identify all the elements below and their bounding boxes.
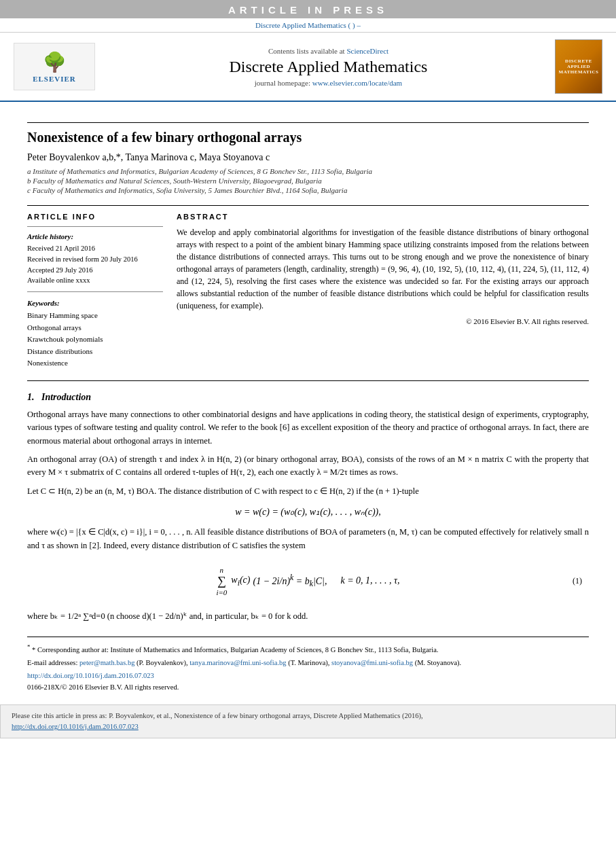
keyword-4: Distance distributions — [27, 346, 163, 358]
affiliation-a: a Institute of Mathematics and Informati… — [27, 167, 589, 175]
authors: Peter Boyvalenkov a,b,*, Tanya Marinova … — [27, 152, 589, 163]
article-title: Nonexistence of a few binary orthogonal … — [27, 130, 589, 145]
journal-title-center: Contents lists available at ScienceDirec… — [102, 47, 555, 87]
eq1-text: wi(c) — [231, 575, 250, 588]
footnote-emails: E-mail addresses: peter@math.bas.bg (P. … — [27, 658, 589, 668]
history-label: Article history: — [27, 232, 163, 240]
eq-w-text: w = w(c) = (w₀(c), w₁(c), . . . , wₙ(c))… — [235, 507, 381, 517]
homepage-link[interactable]: www.elsevier.com/locate/dam — [312, 79, 402, 87]
intro-para4: where wᵢ(c) = |{x ∈ C|d(x, c) = i}|, i =… — [27, 526, 589, 552]
sciencedirect-link[interactable]: ScienceDirect — [346, 47, 388, 55]
equation-1: n ∑ i=0 wi(c) (1 − 2i/n)k = bk|C|, k = 0… — [27, 560, 589, 602]
keyword-2: Orthogonal arrays — [27, 322, 163, 334]
elsevier-logo-img: 🌳 ELSEVIER — [14, 43, 95, 90]
body-divider — [27, 380, 589, 381]
affiliations: a Institute of Mathematics and Informati… — [27, 167, 589, 194]
two-col-section: ARTICLE INFO Article history: Received 2… — [27, 213, 589, 370]
keyword-1: Binary Hamming space — [27, 310, 163, 322]
intro-para3: Let C ⊂ H(n, 2) be an (n, M, τ) BOA. The… — [27, 485, 589, 498]
tree-icon: 🌳 — [43, 51, 67, 73]
date-received: Received 21 April 2016 Received in revis… — [27, 243, 163, 286]
equation-w: w = w(c) = (w₀(c), w₁(c), . . . , wₙ(c))… — [27, 506, 589, 518]
top-divider — [27, 122, 589, 123]
keyword-3: Krawtchouk polynomials — [27, 334, 163, 346]
article-info-col: ARTICLE INFO Article history: Received 2… — [27, 213, 163, 370]
abstract-col: ABSTRACT We develop and apply combinator… — [177, 213, 589, 370]
keywords-label: Keywords: — [27, 299, 163, 307]
journal-link[interactable]: Discrete Applied Mathematics ( ) – — [255, 21, 361, 29]
contents-line: Contents lists available at ScienceDirec… — [102, 47, 555, 55]
elsevier-label: ELSEVIER — [33, 75, 76, 83]
info-divider-mid — [27, 291, 163, 292]
citation-doi-link[interactable]: http://dx.doi.org/10.1016/j.dam.2016.07.… — [12, 723, 139, 730]
eq1-content: n ∑ i=0 wi(c) (1 − 2i/n)k = bk|C|, k = 0… — [216, 566, 399, 596]
journal-header: 🌳 ELSEVIER Contents lists available at S… — [0, 33, 616, 102]
mid-divider — [27, 205, 589, 206]
page: ARTICLE IN PRESS Discrete Applied Mathem… — [0, 0, 616, 841]
issn-line: 0166-218X/© 2016 Elsevier B.V. All right… — [27, 683, 589, 691]
section-title-1: 1. Introduction — [27, 392, 589, 403]
keyword-5: Nonexistence — [27, 357, 163, 370]
journal-thumb-text: DISCRETEAPPLIEDMATHEMATICS — [559, 58, 599, 75]
article-content: Nonexistence of a few binary orthogonal … — [0, 102, 616, 704]
journal-thumbnail: DISCRETEAPPLIEDMATHEMATICS — [555, 39, 602, 94]
citation-box: Please cite this article in press as: P.… — [0, 704, 616, 738]
article-info-header: ARTICLE INFO — [27, 213, 163, 221]
journal-name: Discrete Applied Mathematics — [102, 58, 555, 76]
footnote-area: * * Corresponding author at: Institute o… — [27, 637, 589, 691]
email3-link[interactable]: stoyanova@fmi.uni-sofia.bg — [331, 659, 413, 666]
journal-link-bar: Discrete Applied Mathematics ( ) – — [0, 18, 616, 33]
info-divider-top — [27, 226, 163, 227]
intro-para1: Orthogonal arrays have many connections … — [27, 408, 589, 448]
article-in-press-banner: ARTICLE IN PRESS — [0, 0, 616, 18]
affiliation-c: c Faculty of Mathematics and Informatics… — [27, 186, 589, 194]
doi-line: http://dx.doi.org/10.1016/j.dam.2016.07.… — [27, 672, 589, 679]
footnote-star: * * Corresponding author at: Institute o… — [27, 643, 589, 655]
email1-link[interactable]: peter@math.bas.bg — [79, 659, 134, 666]
keywords-section: Keywords: Binary Hamming space Orthogona… — [27, 299, 163, 370]
intro-para2: An orthogonal array (OA) of strength τ a… — [27, 453, 589, 480]
doi-link[interactable]: http://dx.doi.org/10.1016/j.dam.2016.07.… — [27, 672, 154, 679]
copyright-line: © 2016 Elsevier B.V. All rights reserved… — [177, 317, 589, 325]
email2-link[interactable]: tanya.marinova@fmi.uni-sofia.bg — [189, 659, 286, 666]
affiliation-b: b Faculty of Mathematics and Natural Sci… — [27, 177, 589, 185]
elsevier-logo: 🌳 ELSEVIER — [14, 43, 102, 90]
intro-para5: where bₖ = 1/2ⁿ ∑ⁿd=0 (n choose d)(1 − 2… — [27, 610, 589, 623]
abstract-text: We develop and apply combinatorial algor… — [177, 226, 589, 312]
eq1-number: (1) — [573, 576, 582, 586]
abstract-header: ABSTRACT — [177, 213, 589, 221]
banner-text: ARTICLE IN PRESS — [228, 4, 388, 16]
journal-homepage: journal homepage: www.elsevier.com/locat… — [102, 79, 555, 87]
